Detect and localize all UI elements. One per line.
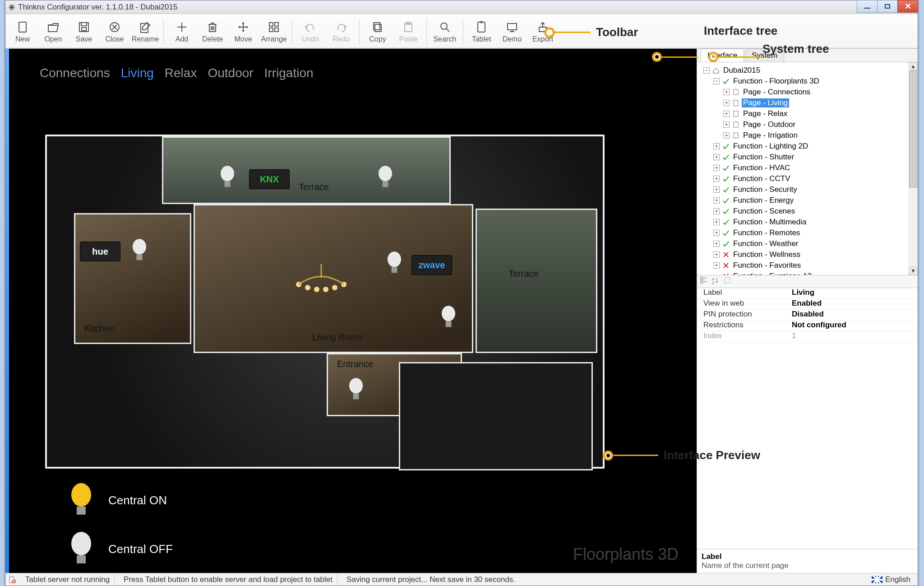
room-tab-connections[interactable]: Connections <box>40 66 110 80</box>
delete-button[interactable]: Delete <box>197 16 228 48</box>
tree-expander[interactable]: + <box>723 111 730 117</box>
prop-value[interactable]: Disabled <box>792 310 918 320</box>
tree-function-cctv[interactable]: +Function - CCTV <box>700 173 918 184</box>
tree-page-irrigation[interactable]: +Page - Irrigation <box>700 130 918 141</box>
tree-function-weather[interactable]: +Function - Weather <box>700 238 918 249</box>
tree-expander[interactable] <box>713 273 720 275</box>
light-icon[interactable] <box>346 377 366 404</box>
tree-scrollbar[interactable]: ▲ ▼ <box>909 62 918 275</box>
window-close-button[interactable]: ✕ <box>897 0 918 13</box>
zone-kitchen[interactable]: Kitchen hue <box>74 213 191 344</box>
tree-function-lighting-2d[interactable]: +Function - Lighting 2D <box>700 141 918 152</box>
tree-expander[interactable]: + <box>713 219 720 225</box>
copy-button[interactable]: Copy <box>362 16 393 48</box>
tree-page-living[interactable]: +Page - Living <box>700 98 918 108</box>
tree-expander[interactable]: + <box>713 154 720 160</box>
tree-expander[interactable]: + <box>713 251 720 258</box>
room-tab-irrigation[interactable]: Irrigation <box>264 66 314 80</box>
property-grid[interactable]: LabelLivingView in webEnabledPIN protect… <box>697 288 918 342</box>
close-button[interactable]: Close <box>99 16 130 48</box>
move-button[interactable]: Move <box>228 16 259 48</box>
scroll-down-arrow[interactable]: ▼ <box>909 267 918 275</box>
scroll-thumb[interactable] <box>909 70 917 188</box>
prop-value[interactable]: Enabled <box>792 299 918 309</box>
light-icon[interactable] <box>375 165 395 192</box>
tree-function-shutter[interactable]: +Function - Shutter <box>700 152 918 163</box>
tree-expander[interactable]: + <box>713 176 720 182</box>
tree-expander[interactable]: + <box>723 121 730 128</box>
room-tab-outdoor[interactable]: Outdoor <box>208 66 253 80</box>
prop-value[interactable]: 1 <box>792 331 918 342</box>
tree-function-scenes[interactable]: +Function - Scenes <box>700 206 918 217</box>
prop-value[interactable]: Living <box>792 288 918 298</box>
interface-tree[interactable]: ▲ ▼ −Dubai2015−Function - Floorplants 3D… <box>697 62 918 275</box>
tree-function-floorplants[interactable]: −Function - Floorplants 3D <box>700 76 918 87</box>
add-button[interactable]: Add <box>166 16 197 48</box>
tree-expander[interactable]: + <box>713 262 720 269</box>
save-button[interactable]: Save <box>69 16 99 48</box>
zone-terrace-right[interactable]: Terrace <box>476 209 597 353</box>
language-selector[interactable]: English <box>867 573 915 586</box>
tree-expander[interactable]: + <box>713 143 720 149</box>
tree-expander[interactable]: + <box>723 89 730 95</box>
rename-button[interactable]: Rename <box>130 16 161 48</box>
window-maximize-button[interactable] <box>877 0 898 13</box>
tree-root[interactable]: −Dubai2015 <box>700 65 918 76</box>
tree-function-energy[interactable]: +Function - Energy <box>700 195 918 206</box>
tree-expander[interactable]: + <box>713 230 720 236</box>
tree-function-multimedia[interactable]: +Function - Multimedia <box>700 217 918 228</box>
tree-expander[interactable]: + <box>723 100 730 106</box>
search-button[interactable]: Search <box>430 16 460 48</box>
zone-lower[interactable] <box>399 362 593 470</box>
tree-function-security[interactable]: +Function - Security <box>700 184 918 195</box>
arrange-button[interactable]: Arrange <box>259 16 289 48</box>
tree-node-label: Page - Relax <box>742 109 789 118</box>
tree-function-funzione-13[interactable]: Function - Funzione 13 <box>700 271 918 275</box>
window-minimize-button[interactable] <box>857 0 878 13</box>
tree-function-wellness[interactable]: +Function - Wellness <box>700 249 918 260</box>
tree-page-outdoor[interactable]: +Page - Outdoor <box>700 119 918 130</box>
tree-function-remotes[interactable]: +Function - Remotes <box>700 228 918 238</box>
prop-row-pin-protection[interactable]: PIN protectionDisabled <box>697 310 918 321</box>
room-tab-relax[interactable]: Relax <box>165 66 197 80</box>
badge-zwave[interactable]: zwave <box>411 255 452 275</box>
left-dock-handle[interactable] <box>5 49 9 573</box>
prop-value[interactable]: Not configured <box>792 321 918 331</box>
scroll-up-arrow[interactable]: ▲ <box>909 62 918 70</box>
tree-expander[interactable]: + <box>713 186 720 193</box>
badge-knx[interactable]: KNX <box>249 169 290 189</box>
categorize-icon[interactable] <box>700 276 708 287</box>
prop-row-index[interactable]: Index1 <box>697 331 918 342</box>
central-on-control[interactable]: Central ON <box>68 482 167 518</box>
tree-expander[interactable]: + <box>713 197 720 204</box>
badge-hue[interactable]: hue <box>80 242 120 261</box>
tree-expander[interactable]: + <box>723 132 730 139</box>
tree-expander[interactable]: + <box>713 241 720 247</box>
demo-button[interactable]: Demo <box>497 16 527 48</box>
open-button[interactable]: Open <box>38 16 69 48</box>
new-button[interactable]: New <box>7 16 38 48</box>
tree-expander[interactable]: − <box>703 67 710 74</box>
light-icon[interactable] <box>129 238 149 265</box>
tree-expander[interactable]: + <box>713 165 720 171</box>
zone-living[interactable]: Living Room zwave <box>194 204 473 353</box>
tree-page-relax[interactable]: +Page - Relax <box>700 108 918 119</box>
prop-row-restrictions[interactable]: RestrictionsNot configured <box>697 321 918 331</box>
light-icon[interactable] <box>384 251 404 278</box>
zone-terrace-top[interactable]: Terrace KNX <box>162 136 451 204</box>
prop-row-view-in-web[interactable]: View in webEnabled <box>697 299 918 310</box>
bulb-off-icon <box>68 531 95 567</box>
central-off-control[interactable]: Central OFF <box>68 531 173 567</box>
tablet-button[interactable]: Tablet <box>466 16 497 48</box>
sort-icon[interactable]: AZ <box>711 276 720 287</box>
tree-expander[interactable]: + <box>713 208 720 214</box>
prop-row-label[interactable]: LabelLiving <box>697 288 918 299</box>
tree-function-favorites[interactable]: +Function - Favorites <box>700 260 918 271</box>
light-icon[interactable] <box>439 305 458 332</box>
tree-page-connections[interactable]: +Page - Connections <box>700 87 918 98</box>
prop-pages-icon[interactable] <box>723 276 731 287</box>
light-icon[interactable] <box>217 165 237 192</box>
tree-expander[interactable]: − <box>713 78 720 84</box>
room-tab-living[interactable]: Living <box>121 66 154 80</box>
tree-function-hvac[interactable]: +Function - HVAC <box>700 163 918 173</box>
